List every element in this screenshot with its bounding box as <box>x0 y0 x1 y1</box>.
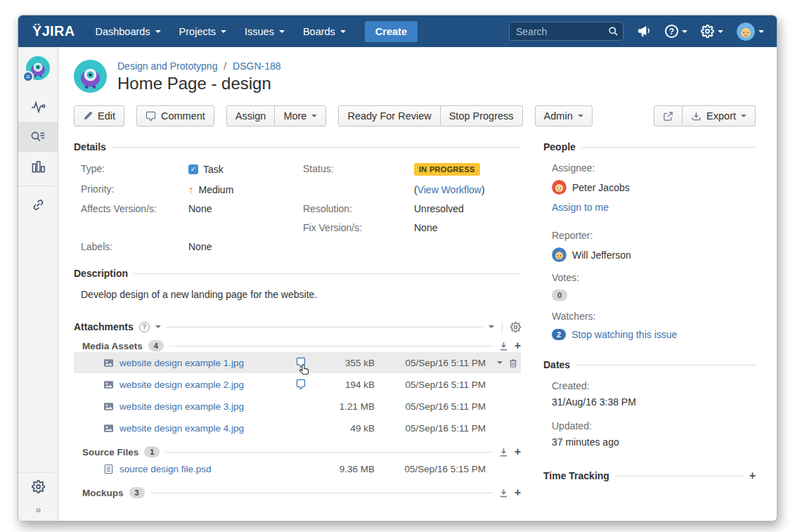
jira-logo[interactable]: ŸJIRA <box>32 23 75 39</box>
chevron-down-icon[interactable] <box>155 325 161 328</box>
user-menu[interactable] <box>737 22 764 41</box>
add-attachment-icon[interactable] <box>515 342 521 350</box>
section-rule <box>169 346 493 346</box>
resolution-value: Unresolved <box>414 203 521 214</box>
votes-badge[interactable]: 0 <box>552 290 567 301</box>
attachment-row[interactable]: website design example 3.jpg 1.21 MB 05/… <box>74 396 521 417</box>
project-avatar-small[interactable] <box>26 56 50 80</box>
assignee-name[interactable]: Peter Jacobs <box>572 182 630 193</box>
add-time-tracking-icon[interactable] <box>749 472 756 480</box>
priority-label: Priority: <box>81 183 188 195</box>
attachment-link[interactable]: website design example 3.jpg <box>119 401 244 412</box>
download-all-icon[interactable] <box>499 488 508 498</box>
attachment-link[interactable]: website design example 4.jpg <box>119 423 244 434</box>
sidebar-divider <box>18 186 58 186</box>
attachment-date: 05/Sep/16 5:11 PM <box>375 401 486 412</box>
stop-watching-link[interactable]: Stop watching this issue <box>571 329 677 340</box>
workflow-button-group: Ready For Review Stop Progress <box>338 105 522 126</box>
stop-progress-button[interactable]: Stop Progress <box>440 105 523 126</box>
assign-to-me-link[interactable]: Assign to me <box>552 202 609 213</box>
attachment-row[interactable]: source design file.psd 9.36 MB 05/Sep/16… <box>74 458 521 479</box>
details-grid: Type: Task Status: IN PROGRESS Priority: <box>74 153 521 252</box>
attachment-comment-icon[interactable] <box>296 379 306 390</box>
add-attachment-icon[interactable] <box>515 448 521 456</box>
affects-version-value: None <box>188 203 303 214</box>
issue-header: Design and Prototypng / DSGN-188 Home Pa… <box>74 60 756 93</box>
admin-button[interactable]: Admin <box>535 105 593 126</box>
attachment-row[interactable]: website design example 1.jpg 355 kB <box>74 352 521 373</box>
add-attachment-icon[interactable] <box>515 488 521 497</box>
edit-button[interactable]: Edit <box>74 105 124 126</box>
nav-menu-issues[interactable]: Issues <box>235 15 294 47</box>
description-title: Description <box>74 268 128 279</box>
section-rule <box>165 452 493 453</box>
attachments-help-icon[interactable] <box>139 322 150 332</box>
create-button[interactable]: Create <box>365 21 418 42</box>
share-button[interactable] <box>654 105 683 126</box>
attachments-section: Attachments <box>74 321 521 498</box>
help-menu[interactable] <box>665 25 687 38</box>
reporter-value: Will Jefferson <box>552 247 756 262</box>
reporter-name[interactable]: Will Jefferson <box>572 249 631 261</box>
attachment-group-mockups: Mockups 3 <box>74 487 521 498</box>
collapse-sidebar-icon[interactable] <box>35 503 40 515</box>
labels-value: None <box>188 241 303 252</box>
help-icon <box>665 25 678 38</box>
search-icon[interactable] <box>608 26 619 37</box>
labels-label: Labels: <box>81 241 188 252</box>
assign-button-group: Assign More <box>226 105 327 126</box>
dates-title: Dates <box>543 359 570 370</box>
attachments-sort-icon[interactable] <box>489 325 494 328</box>
download-all-icon[interactable] <box>499 342 508 351</box>
more-button[interactable]: More <box>274 105 326 126</box>
assign-button[interactable]: Assign <box>226 105 276 126</box>
attachment-link[interactable]: source design file.psd <box>119 464 212 474</box>
comment-button[interactable]: Comment <box>136 105 214 126</box>
project-avatar[interactable] <box>74 60 107 93</box>
sidebar-item-issue-search[interactable] <box>18 122 58 152</box>
assign-button-label: Assign <box>235 110 266 122</box>
chevron-down-icon <box>718 30 723 33</box>
fix-version-value: None <box>414 222 521 233</box>
delete-attachment-icon[interactable] <box>508 358 518 368</box>
gear-icon <box>701 25 714 38</box>
pencil-icon <box>83 111 93 121</box>
settings-menu[interactable] <box>701 25 723 38</box>
chevron-down-icon <box>741 115 746 117</box>
fix-version-label: Fix Version/s: <box>303 222 414 233</box>
people-section: People Assignee: <box>543 141 756 340</box>
edit-button-label: Edit <box>98 110 115 122</box>
project-settings-gear-icon[interactable] <box>32 480 45 493</box>
nav-menu-projects[interactable]: Projects <box>170 15 235 47</box>
sidebar-item-reports[interactable] <box>18 152 58 182</box>
attachment-date: 05/Sep/16 5:15 PM <box>375 464 486 474</box>
attachment-row[interactable]: website design example 4.jpg 49 kB 05/Se… <box>74 417 521 439</box>
megaphone-icon[interactable] <box>637 25 652 39</box>
ready-for-review-button[interactable]: Ready For Review <box>338 105 440 126</box>
attachment-link[interactable]: website design example 2.jpg <box>119 379 244 390</box>
attachment-comment-icon[interactable] <box>296 357 306 368</box>
bar-chart-icon <box>31 160 46 174</box>
nav-menu-boards[interactable]: Boards <box>294 15 355 47</box>
time-tracking-section: Time Tracking <box>543 470 756 481</box>
attachment-link[interactable]: website design example 1.jpg <box>119 358 244 368</box>
nav-menu-dashboards[interactable]: Dashboards <box>86 15 169 47</box>
attachments-settings-gear-icon[interactable] <box>510 322 521 332</box>
download-all-icon[interactable] <box>499 448 508 457</box>
breadcrumb-project-link[interactable]: Design and Prototypng <box>117 60 217 72</box>
chevron-down-icon[interactable] <box>497 361 503 364</box>
attachment-row[interactable]: website design example 2.jpg 194 kB 05/S… <box>74 374 521 395</box>
description-text: Develop design of a new landing page for… <box>74 279 521 300</box>
view-workflow-link[interactable]: View Workflow <box>418 184 481 195</box>
export-button[interactable]: Export <box>682 105 756 126</box>
watchers-badge[interactable]: 2 <box>552 329 566 340</box>
issue-view: Design and Prototypng / DSGN-188 Home Pa… <box>58 47 777 521</box>
sidebar-item-links[interactable] <box>18 190 58 220</box>
breadcrumb-issue-key-link[interactable]: DSGN-188 <box>233 60 280 72</box>
group-count-badge: 3 <box>129 487 145 498</box>
attachment-group-media-assets: Media Assets 4 <box>74 340 521 351</box>
reporter-avatar <box>552 247 567 262</box>
search-input[interactable] <box>509 22 623 41</box>
stop-progress-label: Stop Progress <box>449 110 514 122</box>
sidebar-item-activity[interactable] <box>18 91 58 122</box>
